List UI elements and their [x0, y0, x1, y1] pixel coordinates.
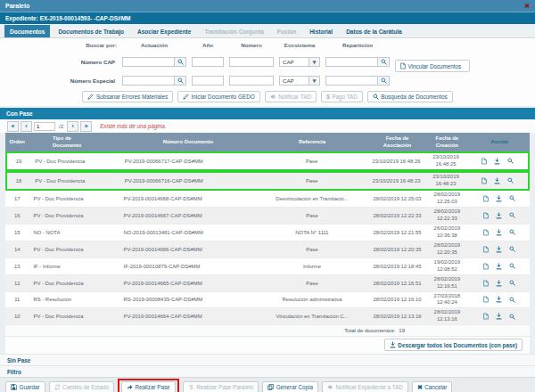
tab-historial[interactable]: Historial	[304, 25, 338, 37]
cell-referencia: Desvinculación en Tramitació...	[254, 195, 369, 202]
search-icon[interactable]	[507, 158, 514, 165]
filtro-section-header[interactable]: Filtro	[0, 365, 535, 377]
last-page-button[interactable]: »	[80, 121, 92, 132]
document-icon[interactable]	[483, 313, 489, 320]
document-icon[interactable]	[483, 229, 489, 236]
table-row: 11RS - ResoluciónRS-2019-00008439-CAP-DS…	[5, 292, 530, 309]
search-icon[interactable]	[509, 296, 515, 303]
guardar-button[interactable]: Guardar	[5, 381, 45, 392]
change-state-icon	[54, 384, 61, 390]
col-numero-label: Número	[229, 42, 274, 48]
next-page-button[interactable]: ›	[67, 121, 78, 132]
cell-accion	[469, 245, 530, 254]
download-icon[interactable]	[494, 177, 500, 184]
con-pase-section-header[interactable]: Con Pase	[0, 108, 535, 119]
tab-documentos[interactable]: Documentos	[4, 25, 50, 37]
close-icon[interactable]: ✖	[524, 3, 530, 10]
download-all-documents-button[interactable]: Descargar todos los Documentos (con pase…	[384, 339, 523, 351]
window-titlebar: Paralelo ✖	[0, 0, 535, 12]
numero-especial-ecosistema-select[interactable]: CAP ▾	[279, 76, 320, 86]
document-actions-row: Subsanar Errores MaterialesIniciar Docum…	[65, 89, 470, 102]
numero-especial-reparticion-input[interactable]	[325, 76, 378, 86]
generar-copia-button[interactable]: Generar Copia	[262, 381, 318, 392]
total-documents-value: 19	[399, 328, 405, 333]
button-label: Búsqueda de Documentos	[381, 94, 447, 100]
document-icon[interactable]	[483, 195, 489, 202]
tab-bar: DocumentosDocumentos de TrabajoAsociar E…	[0, 24, 535, 38]
tab-asociar-expediente[interactable]: Asociar Expediente	[132, 25, 196, 37]
cell-fecha-creacion: 19/02/201912:08:52	[424, 258, 469, 274]
table-row: 15NO - NOTANO-2019-00013481-CAP-DS#MMNOT…	[5, 225, 530, 241]
filtro-title: Filtro	[7, 369, 21, 375]
button-label: Generar Copia	[276, 384, 313, 390]
download-icon[interactable]	[496, 280, 502, 287]
search-icon[interactable]	[509, 280, 515, 287]
document-icon[interactable]	[483, 296, 489, 303]
button-label: Iniciar Documento GEDO	[192, 94, 255, 100]
search-icon[interactable]	[509, 212, 515, 219]
subsanar-errores-materiales-button[interactable]: Subsanar Errores Materiales	[82, 91, 173, 102]
cancelar-button[interactable]: ✖Cancelar	[412, 381, 453, 392]
search-icon[interactable]	[378, 76, 390, 86]
download-icon[interactable]	[496, 263, 502, 270]
numero-especial-numero-input[interactable]	[229, 76, 274, 86]
search-icon[interactable]	[507, 177, 514, 184]
search-icon[interactable]	[509, 246, 515, 253]
first-page-button[interactable]: «	[7, 121, 19, 132]
document-icon[interactable]	[483, 212, 489, 219]
buscar-por-label: Buscar por:	[65, 42, 117, 48]
tab-documentos-de-trabajo[interactable]: Documentos de Trabajo	[53, 25, 129, 37]
search-icon[interactable]	[175, 76, 186, 86]
document-icon[interactable]	[482, 158, 487, 165]
button-label: Pago TAD	[332, 94, 357, 100]
button-label: Cambio de Estado	[62, 384, 109, 390]
numero-cap-ecosistema-select[interactable]: CAP ▾	[279, 57, 320, 67]
cell-referencia: NOTA N° 1111	[254, 229, 369, 236]
search-icon[interactable]	[509, 229, 515, 236]
iniciar-documento-gedo-button[interactable]: Iniciar Documento GEDO	[177, 91, 260, 102]
document-icon[interactable]	[482, 177, 487, 184]
download-icon[interactable]	[496, 229, 502, 236]
download-icon[interactable]	[496, 313, 502, 320]
column-header-fecha-de-asociacion: Fecha de Asociación	[370, 135, 425, 150]
table-row: 14PV - Doc ProvidenciaPV-2019-00014666-C…	[5, 241, 530, 258]
ecosistema-value: CAP	[280, 77, 309, 85]
numero-cap-anio-input[interactable]	[192, 57, 224, 67]
download-icon[interactable]	[496, 195, 502, 202]
numero-especial-actuacion-input[interactable]	[122, 76, 175, 86]
realizar-pase-button[interactable]: Realizar Pase	[121, 381, 176, 392]
search-icon[interactable]	[509, 263, 515, 270]
download-all-row: Descargar todos los Documentos (con pase…	[5, 337, 530, 354]
sin-pase-section-header[interactable]: Sin Pase	[0, 354, 535, 365]
expediente-number: Expediente: EX-2019-00014593- -CAP-DS#MM	[5, 15, 131, 21]
download-icon[interactable]	[496, 296, 502, 303]
tab-datos-de-la-caratula[interactable]: Datos de la Carátula	[341, 25, 407, 37]
sin-pase-title: Sin Pase	[7, 357, 30, 363]
download-icon[interactable]	[494, 158, 500, 165]
numero-cap-reparticion-input[interactable]	[325, 57, 378, 67]
download-icon[interactable]	[496, 246, 502, 253]
notificar-expediente-a-tad-button: Notificar Expediente a TAD	[322, 381, 408, 392]
page-input[interactable]	[34, 122, 55, 131]
document-icon[interactable]	[483, 280, 489, 287]
cell-tipo-documento: PV - Doc Providencia	[29, 195, 112, 202]
document-icon[interactable]	[483, 263, 489, 270]
window-title: Paralelo	[5, 3, 29, 9]
cell-referencia: Pase	[254, 280, 369, 287]
search-icon[interactable]	[378, 57, 390, 67]
numero-especial-anio-input[interactable]	[192, 76, 224, 86]
download-icon[interactable]	[496, 212, 502, 219]
cell-fecha-asociacion: 28/02/2019 12:20:35	[370, 246, 425, 253]
document-icon[interactable]	[483, 246, 489, 253]
numero-cap-numero-input[interactable]	[229, 57, 274, 67]
table-header-row: OrdenTipo de DocumentoNúmero DocumentoRe…	[5, 133, 530, 151]
vincular-documentos-button[interactable]: Vincular Documentos	[395, 60, 470, 72]
search-icon[interactable]	[509, 195, 515, 202]
numero-cap-actuacion-input[interactable]	[122, 57, 175, 67]
search-icon[interactable]	[509, 313, 515, 320]
realizar-pase-paralelo-button: Realizar Pase Paralelo	[183, 381, 259, 392]
busqueda-de-documentos-button[interactable]: Búsqueda de Documentos	[367, 91, 453, 102]
prev-page-button[interactable]: ‹	[21, 121, 32, 132]
search-icon[interactable]	[175, 57, 186, 67]
download-icon	[390, 341, 396, 348]
